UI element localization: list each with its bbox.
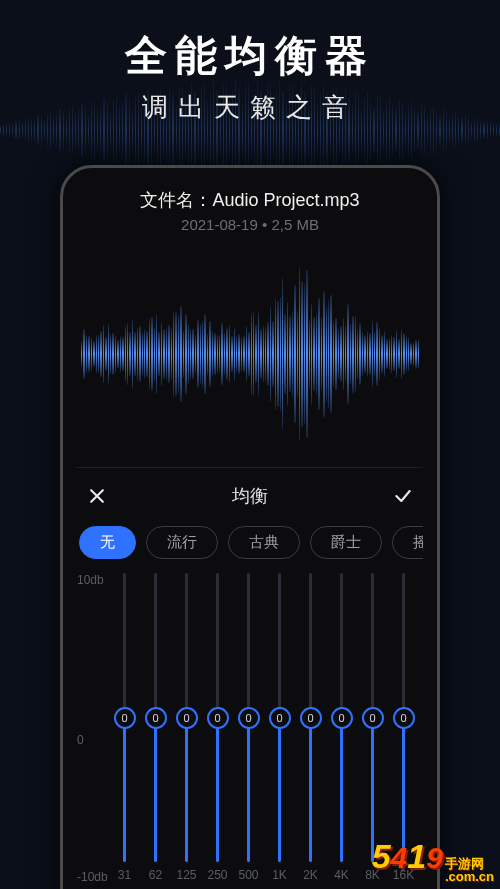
eq-slider-track[interactable]: 0 xyxy=(371,573,374,862)
preset-4[interactable]: 摇滚 xyxy=(392,526,423,559)
promo-header: 全能均衡器 调出天籁之音 xyxy=(0,0,500,125)
eq-freq-label: 250 xyxy=(207,868,227,884)
page-title: 全能均衡器 xyxy=(0,28,500,84)
eq-band-250: 0250 xyxy=(204,573,231,884)
eq-slider-thumb[interactable]: 0 xyxy=(362,707,384,729)
wm-digit: 4 xyxy=(391,841,408,875)
file-meta: 2021-08-19 • 2,5 MB xyxy=(77,216,423,233)
wm-digit: 1 xyxy=(407,837,426,876)
preset-row: 无流行古典爵士摇滚 xyxy=(77,520,423,573)
wm-digit: 5 xyxy=(372,837,391,876)
eq-slider-track[interactable]: 0 xyxy=(278,573,281,862)
eq-slider-thumb[interactable]: 0 xyxy=(207,707,229,729)
eq-slider-track[interactable]: 0 xyxy=(185,573,188,862)
eq-band-125: 0125 xyxy=(173,573,200,884)
close-icon xyxy=(87,486,107,506)
eq-freq-label: 500 xyxy=(238,868,258,884)
eq-slider-track[interactable]: 0 xyxy=(247,573,250,862)
page-subtitle: 调出天籁之音 xyxy=(0,90,500,125)
file-label: 文件名： xyxy=(140,190,212,210)
wm-digit: 9 xyxy=(426,841,443,875)
eq-band-31: 031 xyxy=(111,573,138,884)
preset-1[interactable]: 流行 xyxy=(146,526,218,559)
eq-slider-thumb[interactable]: 0 xyxy=(176,707,198,729)
eq-slider-track[interactable]: 0 xyxy=(154,573,157,862)
eq-freq-label: 125 xyxy=(176,868,196,884)
close-button[interactable] xyxy=(83,482,111,510)
eq-band-4K: 04K xyxy=(328,573,355,884)
eq-slider-track[interactable]: 0 xyxy=(123,573,126,862)
phone-frame: 文件名：Audio Project.mp3 2021-08-19 • 2,5 M… xyxy=(60,165,440,889)
meta-separator: • xyxy=(258,216,272,233)
eq-slider-track[interactable]: 0 xyxy=(216,573,219,862)
eq-panel-header: 均衡 xyxy=(77,467,423,520)
preset-2[interactable]: 古典 xyxy=(228,526,300,559)
file-name-line: 文件名：Audio Project.mp3 xyxy=(77,188,423,212)
eq-band-500: 0500 xyxy=(235,573,262,884)
eq-freq-label: 1K xyxy=(272,868,287,884)
panel-title: 均衡 xyxy=(232,484,268,508)
y-axis-bot: -10db xyxy=(77,870,108,884)
eq-slider-thumb[interactable]: 0 xyxy=(269,707,291,729)
eq-slider-track[interactable]: 0 xyxy=(340,573,343,862)
eq-band-1K: 01K xyxy=(266,573,293,884)
eq-band-62: 062 xyxy=(142,573,169,884)
eq-freq-label: 2K xyxy=(303,868,318,884)
file-size: 2,5 MB xyxy=(271,216,319,233)
y-axis-mid: 0 xyxy=(77,733,84,747)
check-icon xyxy=(393,486,413,506)
file-date: 2021-08-19 xyxy=(181,216,258,233)
eq-band-2K: 02K xyxy=(297,573,324,884)
watermark-logo: 5 4 1 9 手游网 .com.cn xyxy=(372,837,494,883)
eq-slider-thumb[interactable]: 0 xyxy=(145,707,167,729)
audio-waveform[interactable] xyxy=(77,249,423,459)
eq-slider-thumb[interactable]: 0 xyxy=(331,707,353,729)
eq-slider-thumb[interactable]: 0 xyxy=(238,707,260,729)
eq-slider-track[interactable]: 0 xyxy=(309,573,312,862)
eq-slider-thumb[interactable]: 0 xyxy=(393,707,415,729)
file-name: Audio Project.mp3 xyxy=(212,190,359,210)
preset-3[interactable]: 爵士 xyxy=(310,526,382,559)
eq-freq-label: 31 xyxy=(118,868,131,884)
wm-side-bot: .com.cn xyxy=(445,870,494,883)
eq-slider-thumb[interactable]: 0 xyxy=(114,707,136,729)
eq-freq-label: 62 xyxy=(149,868,162,884)
eq-slider-thumb[interactable]: 0 xyxy=(300,707,322,729)
eq-freq-label: 4K xyxy=(334,868,349,884)
eq-slider-track[interactable]: 0 xyxy=(402,573,405,862)
preset-0[interactable]: 无 xyxy=(79,526,136,559)
y-axis-top: 10db xyxy=(77,573,104,587)
confirm-button[interactable] xyxy=(389,482,417,510)
